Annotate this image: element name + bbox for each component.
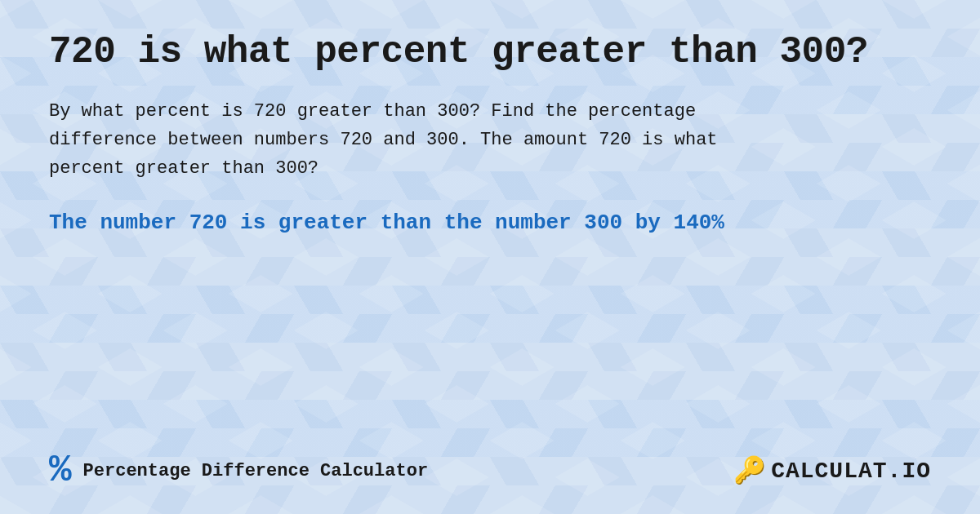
logo-area: 🔑 CALCULAT.IO (733, 454, 931, 487)
result-text: The number 720 is greater than the numbe… (49, 207, 931, 239)
footer-left: % Percentage Difference Calculator (49, 452, 428, 490)
description-text: By what percent is 720 greater than 300?… (49, 97, 784, 184)
percent-icon: % (49, 452, 72, 490)
logo-icon: 🔑 (733, 454, 766, 487)
page-title: 720 is what percent greater than 300? (49, 31, 931, 74)
footer: % Percentage Difference Calculator 🔑 CAL… (49, 441, 931, 490)
main-content: 720 is what percent greater than 300? By… (0, 0, 980, 514)
logo-text: CALCULAT.IO (771, 459, 931, 484)
footer-label: Percentage Difference Calculator (83, 461, 428, 481)
